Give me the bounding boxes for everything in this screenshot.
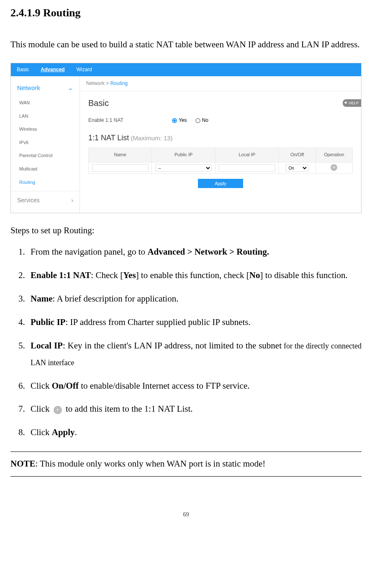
nat-list-title: 1:1 NAT List (Maximum: 13) [88,132,353,144]
step-2: Enable 1:1 NAT: Check [Yes] to enable th… [27,267,362,284]
steps-intro: Steps to set up Routing: [10,224,362,238]
step-7: Click + to add this item to the 1:1 NAT … [27,401,362,418]
local-ip-input[interactable] [218,164,275,172]
sidebar-item-lan[interactable]: LAN [11,110,80,123]
tab-advanced[interactable]: Advanced [35,63,70,76]
sidebar-network-label: Network [17,83,40,93]
radio-yes-icon [172,118,177,123]
note-box: NOTE: This module only works only when W… [10,451,362,477]
tab-wizard[interactable]: Wizard [71,63,98,76]
sidebar-item-wan[interactable]: WAN [11,96,80,110]
sidebar-network-header[interactable]: Network ⌄ [11,80,80,96]
sidebar-services-label: Services [17,196,40,205]
section-heading: 2.4.1.9 Routing [10,4,362,22]
step-8: Click Apply. [27,424,362,441]
th-name: Name [89,148,152,162]
radio-no[interactable]: No [195,116,208,124]
breadcrumb: Network > Routing [80,76,361,91]
table-row: -- On + [89,162,353,174]
chevron-right-icon: › [71,196,73,205]
sidebar-item-routing[interactable]: Routing [11,176,80,189]
th-operation: Operation [316,148,352,162]
page-number: 69 [10,510,362,519]
nat-table: Name Public IP Local IP On/Off Operation… [88,147,353,174]
sidebar-services-header[interactable]: Services › [11,191,80,209]
add-icon[interactable]: + [331,164,337,171]
sidebar-item-wireless[interactable]: Wireless [11,123,80,136]
chevron-down-icon: ⌄ [68,83,73,93]
step-3: Name: A brief description for applicatio… [27,291,362,307]
step-6: Click On/Off to enable/disable Internet … [27,378,362,395]
enable-nat-label: Enable 1:1 NAT [88,116,172,124]
router-ui-screenshot: Basic Advanced Wizard Network ⌄ WAN LAN … [10,63,362,213]
th-local-ip: Local IP [215,148,278,162]
apply-button[interactable]: Apply [198,179,243,188]
breadcrumb-network: Network [86,80,105,86]
sidebar-item-parental[interactable]: Parental Control [11,149,80,162]
public-ip-select[interactable]: -- [155,164,212,172]
section-title-basic: Basic [88,96,353,110]
top-tabs: Basic Advanced Wizard [11,63,361,76]
plus-icon: + [54,406,62,414]
step-5: Local IP: Key in the client's LAN IP add… [27,338,362,371]
radio-yes[interactable]: Yes [172,116,187,124]
breadcrumb-routing: Routing [110,80,128,86]
help-button[interactable]: HELP [343,99,361,107]
onoff-select[interactable]: On [285,164,308,172]
th-onoff: On/Off [279,148,316,162]
main-panel: Network > Routing HELP Basic Enable 1:1 … [80,76,361,213]
step-1: From the navigation panel, go to Advance… [27,244,362,260]
tab-basic[interactable]: Basic [11,63,35,76]
sidebar-item-ipv6[interactable]: IPv6 [11,136,80,150]
intro-paragraph: This module can be used to build a stati… [10,34,362,54]
steps-list: From the navigation panel, go to Advance… [10,244,362,441]
sidebar: Network ⌄ WAN LAN Wireless IPv6 Parental… [11,76,80,213]
radio-no-icon [195,118,200,123]
name-input[interactable] [92,164,149,172]
sidebar-item-multicast[interactable]: Multicast [11,162,80,176]
th-public-ip: Public IP [152,148,215,162]
step-4: Public IP: IP address from Charter suppl… [27,314,362,331]
